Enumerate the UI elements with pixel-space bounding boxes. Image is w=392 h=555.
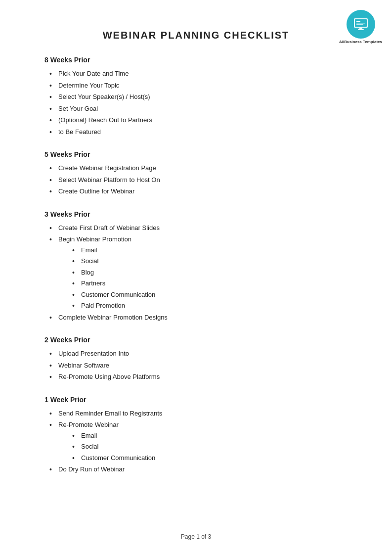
page-info: Page 1 of 3 [181,533,211,540]
list-item: Do Dry Run of Webinar [49,464,348,474]
sections-container: 8 Weeks PriorPick Your Date and TimeDete… [44,56,348,474]
logo-container: AllBusiness Templates [339,10,382,45]
list-item: Create First Draft of Webinar Slides [49,223,348,233]
list-item: Customer Communication [72,290,348,300]
section-1-week: 1 Week PriorSend Reminder Email to Regis… [44,396,348,474]
section-list-3-weeks: Create First Draft of Webinar SlidesBegi… [44,223,348,323]
svg-rect-5 [356,23,365,24]
logo-brand-text: AllBusiness Templates [339,40,382,45]
list-item: Determine Your Topic [49,81,348,91]
list-item: Begin Webinar PromotionEmailSocialBlogPa… [49,234,348,311]
svg-rect-4 [356,21,360,22]
list-item: Pick Your Date and Time [49,69,348,79]
list-item: Email [72,431,348,441]
sub-list: EmailSocialBlogPartnersCustomer Communic… [58,245,348,311]
section-list-5-weeks: Create Webinar Registration PageSelect W… [44,163,348,196]
list-item: Complete Webinar Promotion Designs [49,313,348,323]
list-item: (Optional) Reach Out to Partners [49,115,348,125]
section-8-weeks: 8 Weeks PriorPick Your Date and TimeDete… [44,56,348,137]
page-title: WEBINAR PLANNING CHECKLIST [44,30,348,41]
section-list-2-weeks: Upload Presentation IntoWebinar Software… [44,349,348,382]
section-list-1-week: Send Reminder Email to RegistrantsRe-Pro… [44,409,348,474]
list-item: Upload Presentation Into [49,349,348,359]
list-item: Create Outline for Webinar [49,186,348,196]
list-item: Social [72,256,348,266]
section-heading-2-weeks: 2 Weeks Prior [44,336,348,344]
page-footer: Page 1 of 3 [0,533,392,540]
list-item: Email [72,245,348,255]
svg-rect-6 [356,24,363,25]
list-item: Send Reminder Email to Registrants [49,409,348,418]
list-item: Social [72,442,348,452]
section-heading-1-week: 1 Week Prior [44,396,348,404]
list-item: Select Your Speaker(s) / Host(s) [49,92,348,102]
list-item: Blog [72,268,348,278]
list-item: Customer Communication [72,453,348,463]
svg-rect-2 [359,28,362,29]
section-3-weeks: 3 Weeks PriorCreate First Draft of Webin… [44,210,348,323]
list-item: Re-Promote WebinarEmailSocialCustomer Co… [49,420,348,462]
list-item: to Be Featured [49,127,348,137]
list-item: Partners [72,278,348,288]
sub-list: EmailSocialCustomer Communication [58,431,348,463]
list-item: Create Webinar Registration Page [49,163,348,173]
section-heading-5-weeks: 5 Weeks Prior [44,150,348,158]
svg-rect-3 [358,29,364,30]
list-item: Set Your Goal [49,104,348,114]
list-item: Re-Promote Using Above Platforms [49,372,348,382]
monitor-icon [353,17,369,31]
section-2-weeks: 2 Weeks PriorUpload Presentation IntoWeb… [44,336,348,382]
document-page: AllBusiness Templates WEBINAR PLANNING C… [0,0,392,555]
list-item: Select Webinar Platform to Host On [49,175,348,185]
section-heading-8-weeks: 8 Weeks Prior [44,56,348,64]
section-heading-3-weeks: 3 Weeks Prior [44,210,348,218]
list-item: Paid Promotion [72,301,348,311]
section-5-weeks: 5 Weeks PriorCreate Webinar Registration… [44,150,348,196]
section-list-8-weeks: Pick Your Date and TimeDetermine Your To… [44,69,348,137]
list-item: Webinar Software [49,361,348,370]
logo-circle [347,10,375,39]
